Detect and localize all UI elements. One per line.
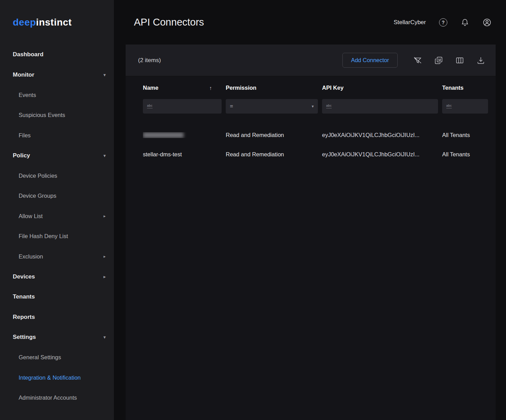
sidebar-item-label: Exclusion bbox=[19, 253, 43, 260]
sidebar-item-label: General Settings bbox=[19, 354, 61, 361]
cell-tenants: All Tenants bbox=[442, 151, 492, 158]
cell-api-key: eyJ0eXAiOiJKV1QiLCJhbGciOiJIUzI... bbox=[322, 151, 442, 158]
cell-api-key: eyJ0eXAiOiJKV1QiLCJhbGciOiJIUzI... bbox=[322, 132, 442, 138]
chevron-down-icon: ▾ bbox=[104, 335, 106, 339]
sidebar-item-files[interactable]: Files bbox=[0, 125, 114, 146]
topbar-right: StellarCyber ? bbox=[393, 18, 492, 27]
sidebar-item-administrator-accounts[interactable]: Administrator Accounts bbox=[0, 388, 114, 408]
text-filter-icon: abc bbox=[326, 104, 332, 108]
cell-name: stellar-dms-test bbox=[143, 151, 226, 158]
chevron-down-icon: ▾ bbox=[312, 104, 314, 109]
saved-views-icon[interactable] bbox=[434, 56, 443, 65]
column-header-permission[interactable]: Permission bbox=[226, 85, 322, 91]
column-header-api-key[interactable]: API Key bbox=[322, 85, 442, 91]
sidebar-item-label: Settings bbox=[13, 334, 36, 341]
items-count: (2 items) bbox=[138, 57, 161, 64]
text-filter-icon: abc bbox=[446, 104, 452, 108]
sidebar-item-label: Monitor bbox=[13, 71, 34, 78]
sidebar-item-label: Device Groups bbox=[19, 193, 56, 199]
sidebar-item-label: File Hash Deny List bbox=[19, 233, 68, 240]
sidebar-item-monitor[interactable]: Monitor ▾ bbox=[0, 65, 114, 85]
permission-filter-select[interactable]: = ▾ bbox=[226, 99, 318, 114]
sidebar-item-suspicious-events[interactable]: Suspicious Events bbox=[0, 105, 114, 126]
text-filter-icon: abc bbox=[147, 104, 153, 108]
sidebar-item-exclusion[interactable]: Exclusion ▸ bbox=[0, 246, 114, 267]
sidebar-item-label: Policy bbox=[13, 152, 30, 159]
column-header-name[interactable]: Name ↑ bbox=[143, 85, 226, 91]
api-key-filter-input[interactable]: abc bbox=[322, 99, 438, 114]
chevron-down-icon: ▾ bbox=[104, 73, 106, 77]
sidebar-item-label: Files bbox=[19, 132, 31, 139]
account-icon[interactable] bbox=[483, 18, 492, 27]
sort-ascending-icon[interactable]: ↑ bbox=[210, 85, 212, 91]
name-filter-input[interactable]: abc bbox=[143, 99, 222, 114]
sidebar-item-dashboard[interactable]: Dashboard bbox=[0, 45, 114, 65]
sidebar-item-label: Allow List bbox=[19, 213, 43, 219]
sidebar-item-events[interactable]: Events bbox=[0, 85, 114, 105]
cell-tenants: All Tenants bbox=[442, 132, 492, 138]
notifications-bell-icon[interactable] bbox=[460, 18, 469, 27]
sidebar-item-label: Tenants bbox=[13, 293, 35, 300]
sidebar-item-settings[interactable]: Settings ▾ bbox=[0, 327, 114, 348]
chevron-right-icon: ▸ bbox=[104, 254, 106, 258]
sidebar-item-label: Device Policies bbox=[19, 173, 57, 179]
sidebar-item-tenants[interactable]: Tenants bbox=[0, 287, 114, 307]
sidebar-item-label: Integration & Notification bbox=[19, 374, 81, 381]
sidebar-item-label: Administrator Accounts bbox=[19, 394, 77, 401]
sidebar-item-policy[interactable]: Policy ▾ bbox=[0, 146, 114, 166]
brand-logo-deep: deep bbox=[13, 17, 36, 28]
topbar: API Connectors StellarCyber ? bbox=[114, 0, 506, 45]
sidebar-nav: Dashboard Monitor ▾ Events Suspicious Ev… bbox=[0, 45, 114, 408]
sidebar-item-devices[interactable]: Devices ▸ bbox=[0, 267, 114, 287]
sidebar-item-allow-list[interactable]: Allow List ▸ bbox=[0, 206, 114, 226]
chevron-down-icon: ▾ bbox=[104, 154, 106, 158]
column-header-tenants[interactable]: Tenants bbox=[442, 85, 492, 91]
tenants-filter-input[interactable]: abc bbox=[442, 99, 488, 114]
table-row[interactable]: stellar-dms-test Read and Remediation ey… bbox=[126, 145, 496, 164]
sidebar-item-label: Reports bbox=[13, 314, 35, 321]
sidebar-item-label: Suspicious Events bbox=[19, 112, 65, 118]
equals-operator-icon: = bbox=[230, 103, 233, 109]
cell-permission: Read and Remediation bbox=[226, 132, 322, 138]
chevron-right-icon: ▸ bbox=[104, 275, 106, 279]
cell-permission: Read and Remediation bbox=[226, 151, 322, 158]
page-title: API Connectors bbox=[134, 17, 204, 28]
sidebar-item-file-hash-deny-list[interactable]: File Hash Deny List bbox=[0, 226, 114, 247]
cell-name bbox=[143, 132, 226, 138]
connectors-panel: (2 items) Add Connector bbox=[126, 45, 496, 420]
grid-toolbar: (2 items) Add Connector bbox=[126, 45, 496, 76]
brand-logo-instinct: instinct bbox=[36, 17, 72, 28]
table-header-row: Name ↑ Permission API Key Tenants bbox=[126, 76, 496, 99]
sidebar: deepinstinct Dashboard Monitor ▾ Events … bbox=[0, 0, 114, 420]
table-body: Read and Remediation eyJ0eXAiOiJKV1QiLCJ… bbox=[126, 125, 496, 164]
sidebar-item-device-policies[interactable]: Device Policies bbox=[0, 166, 114, 186]
chevron-right-icon: ▸ bbox=[104, 214, 106, 218]
main-area: API Connectors StellarCyber ? bbox=[114, 0, 506, 420]
brand-logo: deepinstinct bbox=[0, 0, 114, 45]
sidebar-item-label: Events bbox=[19, 92, 36, 98]
app-window: deepinstinct Dashboard Monitor ▾ Events … bbox=[0, 0, 506, 420]
clear-filters-icon[interactable] bbox=[413, 56, 422, 65]
help-icon[interactable]: ? bbox=[439, 18, 447, 27]
sidebar-item-device-groups[interactable]: Device Groups bbox=[0, 186, 114, 206]
toolbar-actions: Add Connector bbox=[342, 53, 485, 68]
sidebar-item-label: Devices bbox=[13, 273, 35, 280]
redacted-name bbox=[143, 132, 184, 138]
add-connector-button[interactable]: Add Connector bbox=[342, 53, 398, 68]
tenant-name[interactable]: StellarCyber bbox=[393, 19, 426, 26]
sidebar-item-integration-notification[interactable]: Integration & Notification bbox=[0, 368, 114, 388]
table-row[interactable]: Read and Remediation eyJ0eXAiOiJKV1QiLCJ… bbox=[126, 125, 496, 145]
table-filter-row: abc = ▾ abc abc bbox=[126, 99, 496, 119]
sidebar-item-reports[interactable]: Reports bbox=[0, 307, 114, 328]
columns-icon[interactable] bbox=[455, 56, 464, 65]
download-icon[interactable] bbox=[476, 56, 485, 65]
sidebar-item-general-settings[interactable]: General Settings bbox=[0, 348, 114, 368]
sidebar-item-label: Dashboard bbox=[13, 51, 43, 58]
